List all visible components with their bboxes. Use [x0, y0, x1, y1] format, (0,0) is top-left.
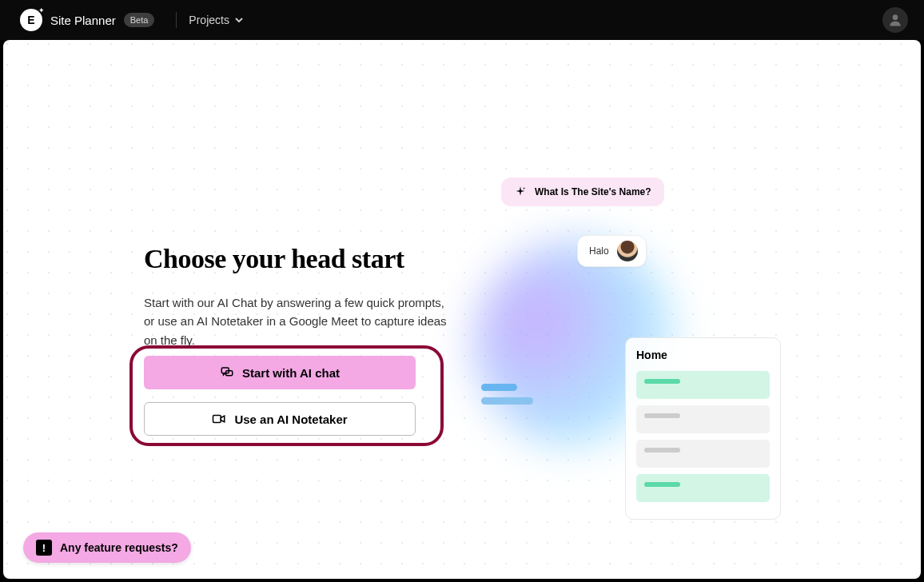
illustration-home-card: Home — [625, 337, 781, 520]
card-row — [636, 440, 770, 468]
main-content: Choose your head start Start with our AI… — [3, 40, 921, 579]
svg-point-0 — [893, 14, 898, 20]
app-header: E ✦ Site Planner Beta Projects — [0, 0, 924, 40]
feedback-icon: ! — [36, 540, 52, 556]
user-icon — [887, 12, 903, 28]
use-ai-notetaker-button[interactable]: Use an AI Notetaker — [144, 402, 416, 436]
card-line — [644, 482, 680, 487]
feature-request-label: Any feature requests? — [60, 541, 178, 554]
question-bubble-text: What Is The Site's Name? — [535, 185, 651, 198]
answer-bubble-text: Halo — [589, 245, 609, 257]
card-line — [644, 413, 680, 418]
svg-rect-3 — [213, 416, 221, 423]
beta-badge: Beta — [124, 13, 155, 27]
home-card-title: Home — [636, 349, 770, 361]
header-divider — [176, 12, 177, 28]
dash-line — [481, 397, 533, 405]
card-row — [636, 474, 770, 502]
card-line — [644, 448, 680, 452]
illustration-chat-bubble-question: What Is The Site's Name? — [501, 177, 664, 206]
illustration-chat-bubble-answer: Halo — [577, 235, 647, 267]
page-heading: Choose your head start — [144, 244, 464, 274]
notetaker-button-label: Use an AI Notetaker — [234, 413, 347, 426]
intro-section: Choose your head start Start with our AI… — [144, 244, 464, 369]
chevron-down-icon — [234, 15, 244, 25]
dash-line — [481, 384, 517, 391]
app-name: Site Planner — [50, 14, 116, 27]
projects-label: Projects — [189, 14, 229, 26]
card-row — [636, 405, 770, 433]
card-row — [636, 371, 770, 399]
user-avatar[interactable] — [882, 7, 908, 33]
feature-request-button[interactable]: ! Any feature requests? — [23, 532, 191, 563]
logo-sparkle-icon: ✦ — [38, 6, 45, 14]
sparkle-icon — [514, 185, 527, 198]
app-logo: E ✦ — [20, 9, 42, 31]
page-description: Start with our AI Chat by answering a fe… — [144, 293, 448, 349]
illustration-panel: What Is The Site's Name? Halo Home — [497, 152, 817, 552]
projects-dropdown[interactable]: Projects — [189, 14, 244, 26]
card-line — [644, 379, 680, 384]
illustration-dashes — [481, 384, 533, 411]
video-icon — [212, 412, 226, 426]
illustration-user-avatar — [617, 241, 638, 261]
logo-letter-icon: E — [27, 14, 34, 26]
